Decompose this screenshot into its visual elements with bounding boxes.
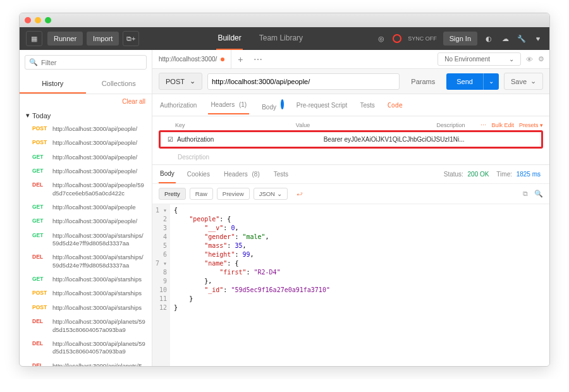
history-item[interactable]: GEThttp://localhost:3000/api/starships/5… <box>20 229 152 251</box>
header-row-authorization[interactable]: ☑ Authorization Bearer eyJ0eXAiOiJKV1QiL… <box>159 130 543 149</box>
history-item[interactable]: GEThttp://localhost:3000/api/people/ <box>20 214 152 228</box>
copy-icon[interactable]: ⧉ <box>523 190 528 198</box>
history-url: http://localhost:3000/api/planets/59d5d1… <box>52 340 145 356</box>
bulk-edit-button[interactable]: Bulk Edit <box>491 122 514 128</box>
tab-title: http://localhost:3000/ <box>159 56 217 63</box>
search-response-icon[interactable]: 🔍 <box>534 190 543 198</box>
header-value[interactable]: Bearer eyJ0eXAiOiJKV1QiLCJhbGciOiJSUzI1N… <box>324 136 494 143</box>
presets-button[interactable]: Presets ▾ <box>519 122 543 128</box>
env-quicklook-icon[interactable]: 👁 <box>526 56 533 63</box>
filter-box[interactable]: 🔍 <box>25 55 147 70</box>
history-item[interactable]: DELhttp://localhost:3000/api/planets/59d… <box>20 337 152 359</box>
chevron-down-icon: ⌄ <box>509 56 514 63</box>
history-group-today[interactable]: ▾Today <box>20 109 152 122</box>
method-select[interactable]: POST⌄ <box>159 73 202 90</box>
history-method: POST <box>32 125 49 133</box>
notifications-icon[interactable]: ◐ <box>484 34 494 44</box>
subtab-prerequest[interactable]: Pre-request Script <box>295 97 349 114</box>
view-preview-button[interactable]: Preview <box>217 188 250 200</box>
new-tab-button[interactable]: ⧉+ <box>123 31 139 46</box>
history-url: http://localhost:3000/api/starships <box>52 276 142 283</box>
resp-tab-tests[interactable]: Tests <box>272 166 290 183</box>
history-method: POST <box>32 304 49 312</box>
header-description-placeholder: Description <box>152 152 549 164</box>
history-url: http://localhost:3000/api/people/ <box>52 217 137 225</box>
save-button[interactable]: Save⌄ <box>504 73 543 90</box>
history-item[interactable]: GEThttp://localhost:3000/api/people/ <box>20 164 152 178</box>
subtab-body[interactable]: Body <box>259 94 285 116</box>
capture-icon[interactable]: ◎ <box>376 34 386 44</box>
history-url: http://localhost:3000/api/people/ <box>52 125 137 133</box>
history-method: DEL <box>32 362 49 366</box>
add-tab-button[interactable]: + <box>231 54 249 64</box>
resp-tab-body[interactable]: Body <box>159 165 176 183</box>
sidebar-toggle-icon[interactable]: ▦ <box>26 31 42 46</box>
tab-overflow-button[interactable]: ⋯ <box>249 54 267 64</box>
history-method: GET <box>32 276 49 283</box>
wrap-toggle-icon[interactable]: ⮐ <box>291 188 308 199</box>
history-method: DEL <box>32 318 49 334</box>
history-item[interactable]: DELhttp://localhost:3000/api/starships/5… <box>20 250 152 273</box>
history-item[interactable]: DELhttp://localhost:3000/api/planets/59d… <box>20 315 152 337</box>
url-input[interactable] <box>207 73 400 90</box>
code-link[interactable]: Code <box>386 97 543 114</box>
resp-tab-headers[interactable]: Headers (8) <box>221 166 262 183</box>
response-tabs: Body Cookies Headers (8) Tests Status: 2… <box>152 165 549 184</box>
history-item[interactable]: GEThttp://localhost:3000/api/starships <box>20 273 152 286</box>
filter-input[interactable] <box>41 59 142 66</box>
tab-history[interactable]: History <box>20 75 86 94</box>
history-method: GET <box>32 204 49 211</box>
params-button[interactable]: Params <box>405 74 441 89</box>
history-method: GET <box>32 232 49 248</box>
response-body-viewer[interactable]: 1 ▾234567 ▾89101112 { "people": { "__v":… <box>152 204 549 366</box>
history-url: http://localhost:3000/api/people/ <box>52 168 137 175</box>
request-subtabs: Authorization Headers (1) Body Pre-reque… <box>152 94 549 116</box>
header-key[interactable]: Authorization <box>177 136 324 143</box>
chevron-down-icon: ⌄ <box>190 77 195 85</box>
request-tabs: http://localhost:3000/ + ⋯ No Environmen… <box>152 50 549 69</box>
close-icon[interactable] <box>25 17 31 23</box>
subtab-authorization[interactable]: Authorization <box>159 97 198 114</box>
history-item[interactable]: GEThttp://localhost:3000/api/people/ <box>20 150 152 164</box>
sign-in-button[interactable]: Sign In <box>443 32 477 46</box>
row-actions-button[interactable]: ⋯ <box>480 122 486 128</box>
resp-tab-cookies[interactable]: Cookies <box>186 166 211 183</box>
history-item[interactable]: POSThttp://localhost:3000/api/starships <box>20 301 152 315</box>
history-item[interactable]: DELhttp://localhost:3000/api/people/59d5… <box>20 178 152 200</box>
history-item[interactable]: POSThttp://localhost:3000/api/people/ <box>20 136 152 150</box>
request-tab-active[interactable]: http://localhost:3000/ <box>152 50 231 68</box>
minimize-icon[interactable] <box>35 17 41 23</box>
environment-select[interactable]: No Environment⌄ <box>437 52 521 66</box>
settings-wrench-icon[interactable]: 🔧 <box>517 34 527 44</box>
heart-icon[interactable]: ♥ <box>533 34 543 44</box>
view-raw-button[interactable]: Raw <box>190 188 213 200</box>
history-list[interactable]: POSThttp://localhost:3000/api/people/POS… <box>20 122 152 366</box>
history-url: http://localhost:3000/api/starships/59d5… <box>52 232 145 248</box>
history-item[interactable]: DELhttp://localhost:3000/api/planets/5 <box>20 359 152 366</box>
subtab-headers[interactable]: Headers (1) <box>208 96 249 114</box>
sync-status-icon[interactable] <box>393 34 401 43</box>
tab-builder[interactable]: Builder <box>216 27 242 50</box>
env-settings-icon[interactable]: ⚙ <box>538 55 544 63</box>
send-options-button[interactable]: ⌄ <box>483 73 499 90</box>
history-item[interactable]: GEThttp://localhost:3000/api/people <box>20 200 152 214</box>
response-status: Status: 200 OK Time: 1825 ms <box>441 166 543 183</box>
history-item[interactable]: POSThttp://localhost:3000/api/starships <box>20 286 152 300</box>
tab-collections[interactable]: Collections <box>86 75 152 94</box>
tab-team-library[interactable]: Team Library <box>258 27 304 50</box>
history-method: GET <box>32 154 49 161</box>
clear-all-button[interactable]: Clear all <box>20 94 152 109</box>
response-panel: Body Cookies Headers (8) Tests Status: 2… <box>152 164 549 366</box>
dot-icon <box>281 99 284 109</box>
runner-button[interactable]: Runner <box>47 32 83 46</box>
history-url: http://localhost:3000/api/people/59d5d7c… <box>52 181 145 197</box>
maximize-icon[interactable] <box>45 17 51 23</box>
subtab-tests[interactable]: Tests <box>358 97 376 114</box>
row-checkbox[interactable]: ☑ <box>163 136 177 143</box>
view-pretty-button[interactable]: Pretty <box>159 188 186 200</box>
cloud-icon[interactable]: ☁ <box>500 34 510 44</box>
import-button[interactable]: Import <box>87 32 119 46</box>
send-button[interactable]: Send <box>446 73 483 90</box>
history-item[interactable]: POSThttp://localhost:3000/api/people/ <box>20 122 152 136</box>
format-select[interactable]: JSON ⌄ <box>254 188 288 200</box>
